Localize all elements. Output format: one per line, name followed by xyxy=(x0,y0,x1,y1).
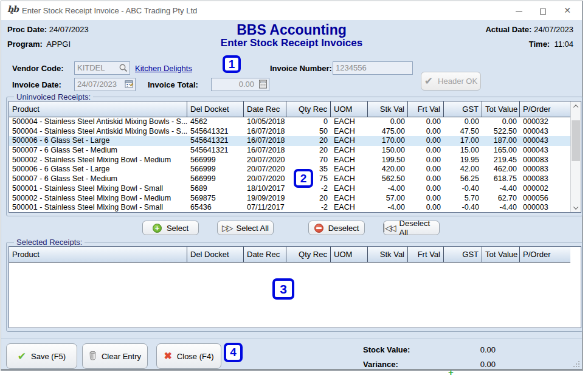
table-cell: 0 xyxy=(286,117,331,127)
resize-grip[interactable] xyxy=(573,360,579,367)
close-window-button[interactable]: ✕ xyxy=(555,1,579,20)
table-cell: 420.00 xyxy=(368,165,408,174)
deselect-all-button[interactable]: ◁◁ Deselect All xyxy=(383,221,440,235)
table-cell: -4.40 xyxy=(482,203,520,213)
table-cell: 000083 xyxy=(520,156,571,165)
clear-entry-button[interactable]: Clear Entry xyxy=(82,343,148,369)
table-cell: 165.00 xyxy=(482,146,520,156)
invoice-number-field[interactable]: 1234556 xyxy=(333,61,413,75)
table-cell: -0.40 xyxy=(444,184,482,194)
stock-value-label: Stock Value: xyxy=(363,345,410,354)
table-cell: 545641321 xyxy=(187,146,244,156)
column-header: Product xyxy=(9,247,187,262)
table-cell: 569875 xyxy=(187,194,244,204)
table-cell: 0.00 xyxy=(408,127,444,137)
table-cell: 16/07/2018 xyxy=(244,146,286,156)
table-cell: -0.40 xyxy=(444,203,482,213)
column-header: Date Rec xyxy=(244,247,286,262)
save-button[interactable]: ✔ Save (F5) xyxy=(6,343,77,369)
column-header: Stk Val xyxy=(368,247,408,262)
table-cell: 0.00 xyxy=(408,117,444,127)
table-cell: 07/11/2017 xyxy=(244,203,286,213)
scroll-up-icon[interactable] xyxy=(571,101,581,111)
uninvoiced-row[interactable]: 500007 - 6 Glass Set - Medium54564132116… xyxy=(9,146,581,156)
scrollbar-thumb[interactable] xyxy=(572,120,580,161)
table-cell: 10/05/2018 xyxy=(244,117,286,127)
deselect-button[interactable]: Deselect xyxy=(308,221,365,235)
bin-icon xyxy=(89,351,97,362)
table-cell: EACH xyxy=(331,194,368,204)
column-header: Frt Val xyxy=(408,101,444,117)
table-cell: -2 xyxy=(286,203,331,213)
table-cell: 199.50 xyxy=(368,156,408,165)
minimize-button[interactable] xyxy=(507,1,531,20)
table-cell: 4562 xyxy=(187,117,244,127)
table-cell: EACH xyxy=(331,165,368,174)
uninvoiced-row[interactable]: 500002 - Stainless Steel Mixing Bowl - M… xyxy=(9,194,581,204)
table-cell: 20/07/2020 xyxy=(244,156,286,165)
calculator-icon[interactable] xyxy=(258,80,268,92)
selected-receipts-label: Selected Receipts: xyxy=(14,238,85,247)
table-cell: 545641321 xyxy=(187,136,244,146)
table-cell: 20/07/2020 xyxy=(244,174,286,184)
table-cell: 70 xyxy=(286,156,331,165)
table-cell: EACH xyxy=(331,184,368,194)
table-cell: 000056 xyxy=(520,194,571,204)
select-all-button[interactable]: ▷▷ Select All xyxy=(217,221,274,235)
selected-table-header: ProductDel DocketDate RecQty RecUOMStk V… xyxy=(9,247,571,263)
table-cell: 500007 - 6 Glass Set - Medium xyxy=(9,174,187,184)
table-cell: EACH xyxy=(331,174,368,184)
search-icon[interactable] xyxy=(119,63,128,77)
uninvoiced-row[interactable]: 500001 - Stainless Steel Mixing Bowl - S… xyxy=(9,203,581,213)
table-cell: 500001 - Stainless Steel Mixing Bowl - S… xyxy=(9,184,187,194)
check-icon: ✔ xyxy=(424,76,433,86)
table-cell: 500002 - Stainless Steel Mixing Bowl - M… xyxy=(9,194,187,204)
table-cell: 20 xyxy=(286,146,331,156)
column-header: GST xyxy=(444,101,482,117)
maximize-button[interactable] xyxy=(531,1,555,20)
invoice-date-field[interactable]: 24/07/2023 xyxy=(74,78,136,91)
column-header: Tot Value xyxy=(482,247,520,262)
table-cell: 19.95 xyxy=(444,156,482,165)
table-cell: 462.00 xyxy=(482,165,520,174)
table-cell: 5.70 xyxy=(444,194,482,204)
table-cell: -4.00 xyxy=(368,184,408,194)
vendor-name-link[interactable]: Kitchen Delights xyxy=(135,64,192,73)
table-cell: 18/10/2017 xyxy=(244,184,286,194)
table-cell: EACH xyxy=(331,156,368,165)
uninvoiced-row[interactable]: 500004 - Stainless Steel Antiskid Mixing… xyxy=(9,127,581,137)
column-header: Del Docket xyxy=(187,247,244,262)
table-cell: 57.00 xyxy=(368,194,408,204)
header-ok-button[interactable]: ✔ Header OK xyxy=(421,72,481,91)
annotation-marker-3: 3 xyxy=(272,278,294,300)
table-cell: 56.25 xyxy=(444,174,482,184)
table-cell: 20 xyxy=(286,194,331,204)
scroll-down-icon[interactable] xyxy=(571,203,581,212)
table-cell: 42.00 xyxy=(444,165,482,174)
uninvoiced-row[interactable]: 500004 - Stainless Steel Antiskid Mixing… xyxy=(9,117,581,127)
table-cell: 0.00 xyxy=(408,156,444,165)
table-cell: 500006 - 6 Glass Set - Large xyxy=(9,136,187,146)
footer-divider xyxy=(1,338,582,339)
uninvoiced-row[interactable]: 500002 - Stainless Steel Mixing Bowl - M… xyxy=(9,156,581,165)
invoice-total-field[interactable]: 0.00 xyxy=(211,78,269,91)
uninvoiced-receipts-group: Uninvoiced Receipts: ProductDel DocketDa… xyxy=(6,97,583,216)
uninvoiced-row[interactable]: 500006 - 6 Glass Set - Large54564132116/… xyxy=(9,136,581,146)
uninvoiced-table: ProductDel DocketDate RecQty RecUOMStk V… xyxy=(9,101,581,213)
app-logo-icon: bsb xyxy=(7,4,19,16)
vertical-scrollbar[interactable] xyxy=(570,101,581,212)
column-header: P/Order xyxy=(520,101,571,117)
page-title: Enter Stock Receipt Invoices xyxy=(1,37,582,49)
table-cell: 0.00 xyxy=(408,184,444,194)
invoice-total-label: Invoice Total: xyxy=(148,80,198,89)
table-cell: -4.40 xyxy=(482,184,520,194)
table-cell: 20 xyxy=(286,136,331,146)
select-button[interactable]: + Select xyxy=(142,221,199,235)
calendar-icon[interactable] xyxy=(125,80,134,92)
green-plus-icon: + xyxy=(448,367,454,377)
table-cell: 0.00 xyxy=(408,203,444,213)
vendor-code-field[interactable]: KITDEL xyxy=(74,61,130,75)
close-button[interactable]: ✖ Close (F4) xyxy=(156,343,221,369)
table-cell: 475.00 xyxy=(368,127,408,137)
table-cell: 500002 - Stainless Steel Mixing Bowl - M… xyxy=(9,156,187,165)
